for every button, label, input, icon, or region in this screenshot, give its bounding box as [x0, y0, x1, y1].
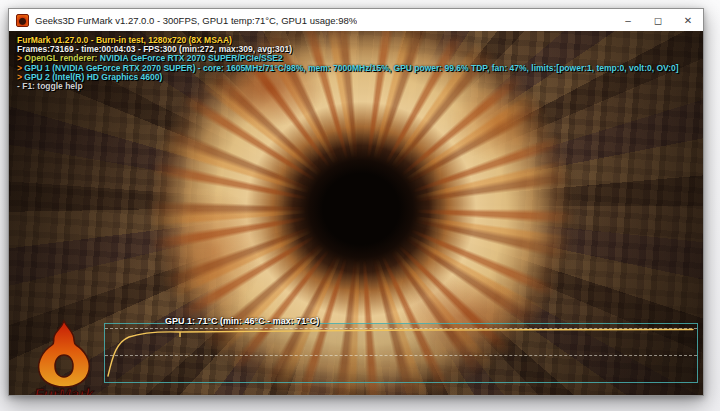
- furmark-window: Geeks3D FurMark v1.27.0.0 - 300FPS, GPU1…: [8, 8, 704, 396]
- title-bar[interactable]: Geeks3D FurMark v1.27.0.0 - 300FPS, GPU1…: [9, 9, 703, 31]
- gl-render-viewport: FurMark v1.27.0.0 - Burn-in test, 1280x7…: [9, 31, 703, 395]
- osd-gpu2-line: > GPU 2 (Intel(R) HD Graphics 4600): [17, 73, 679, 82]
- furmark-app-icon: [16, 14, 29, 27]
- window-controls: – ◻ ✕: [613, 9, 703, 31]
- maximize-button[interactable]: ◻: [643, 9, 673, 31]
- close-button[interactable]: ✕: [673, 9, 703, 31]
- flame-donut-shape: [39, 321, 90, 387]
- temp-curve: [105, 324, 699, 384]
- window-title: Geeks3D FurMark v1.27.0.0 - 300FPS, GPU1…: [35, 15, 357, 26]
- gpu-temp-graph: GPU 1: 71°C (min: 46°C - max: 71°C): [104, 323, 698, 383]
- minimize-button[interactable]: –: [613, 9, 643, 31]
- furmark-logo-text: FurMark: [34, 385, 94, 395]
- stats-overlay: FurMark v1.27.0.0 - Burn-in test, 1280x7…: [17, 36, 679, 91]
- furmark-logo: FurMark: [21, 319, 107, 395]
- osd-help-line: - F1: toggle help: [17, 82, 679, 91]
